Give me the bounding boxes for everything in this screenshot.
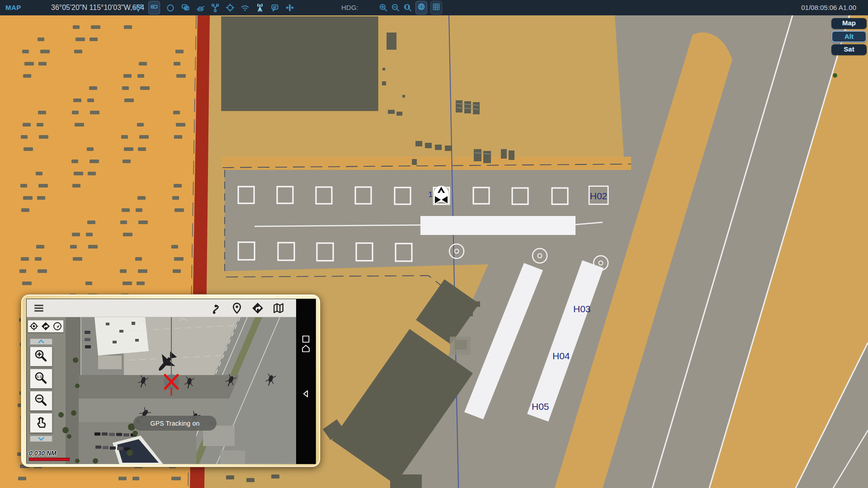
grid-icon[interactable]: [430, 1, 442, 14]
radio-tower-icon[interactable]: [255, 3, 264, 12]
app-window: 1 H02 H03 H04 H05 MAP 36°05'20"N 115°10'…: [0, 0, 868, 488]
layer-controls: Map Alt Sat: [831, 18, 867, 55]
scroll-up-chevron[interactable]: [30, 338, 52, 345]
phone-mini-toolbar: [28, 320, 64, 333]
coordinates-readout: 36°05'20"N 115°10'03"W,654: [51, 0, 144, 15]
navigate-icon[interactable]: [133, 3, 142, 12]
chat-icon[interactable]: [270, 3, 279, 12]
send-icon[interactable]: [53, 322, 62, 331]
toolbar-zoom-icons: [379, 0, 442, 15]
share-network-icon[interactable]: [211, 3, 220, 12]
tree: [833, 73, 837, 78]
helipad-label-h05: H05: [532, 401, 549, 412]
phone-screen: 1:1 GPS Tracking on 0,030 NM: [26, 299, 316, 464]
helipad-h01-index: 1: [429, 190, 433, 199]
svg-text:1:1: 1:1: [37, 375, 42, 379]
folded-map-icon[interactable]: [273, 302, 284, 314]
zoom-out-button[interactable]: [30, 391, 52, 411]
phone-navbar: [296, 299, 316, 464]
globe-icon[interactable]: [415, 1, 427, 14]
helipad-label-h02: H02: [590, 191, 608, 201]
home-icon[interactable]: [301, 344, 311, 353]
zoom-in-button[interactable]: [30, 347, 52, 366]
phone-toolbar: [27, 299, 297, 317]
apron-top-strip: [222, 157, 631, 170]
phone-map[interactable]: 1:1 GPS Tracking on 0,030 NM: [27, 317, 297, 464]
tank-icon[interactable]: [196, 3, 205, 12]
helipad-label-h03: H03: [573, 304, 591, 314]
sat-white-building: [94, 317, 149, 356]
split-horizontal-icon[interactable]: [285, 3, 294, 12]
phone-window[interactable]: 1:1 GPS Tracking on 0,030 NM: [21, 294, 321, 467]
large-building: [222, 17, 378, 111]
zoom-reset-button[interactable]: 1:1: [30, 369, 52, 389]
navigation-mini-icon[interactable]: [41, 322, 50, 331]
location-pin-icon[interactable]: [231, 302, 243, 314]
layer-button-map[interactable]: Map: [831, 18, 867, 29]
navigation-icon[interactable]: [252, 302, 264, 314]
layer-button-sat[interactable]: Sat: [831, 44, 867, 55]
zoom-in-icon[interactable]: [379, 3, 388, 12]
top-bar: MAP 36°05'20"N 115°10'03"W,654: [0, 0, 868, 15]
chat-layers-icon[interactable]: [181, 3, 190, 12]
touch-pan-button[interactable]: [30, 413, 52, 433]
zoom-select-icon[interactable]: [403, 3, 412, 12]
map-scale-label: 0,030 NM: [29, 450, 57, 457]
clock-readout: 01/08:05:06 A1.00: [801, 0, 856, 15]
heading-label: HDG:: [341, 0, 359, 15]
menu-icon[interactable]: [33, 302, 45, 314]
zoom-out-icon[interactable]: [391, 3, 400, 12]
crosshair-icon[interactable]: [226, 3, 235, 12]
scroll-down-chevron[interactable]: [30, 436, 52, 442]
gps-toast: GPS Tracking on: [133, 416, 217, 431]
helipad-label-h04: H04: [552, 351, 570, 361]
recents-icon[interactable]: [301, 334, 311, 344]
sat-street: [66, 317, 81, 464]
back-icon[interactable]: [301, 389, 311, 399]
white-building: [420, 216, 576, 235]
gps-target-icon[interactable]: [29, 322, 38, 331]
wifi-icon[interactable]: [241, 3, 250, 12]
banner-icon[interactable]: [148, 1, 160, 14]
gray-pad: [450, 337, 471, 355]
page-title: MAP: [5, 0, 21, 15]
circle-icon[interactable]: [166, 3, 175, 12]
sat-heli-strip: [79, 375, 239, 399]
sat-pad-3: [220, 450, 245, 464]
toolbar-left-icons: [133, 0, 294, 15]
route-icon[interactable]: [210, 302, 222, 314]
map-scale-bar: [29, 458, 70, 461]
sat-pad: [98, 356, 122, 369]
layer-button-alt[interactable]: Alt: [831, 31, 867, 42]
